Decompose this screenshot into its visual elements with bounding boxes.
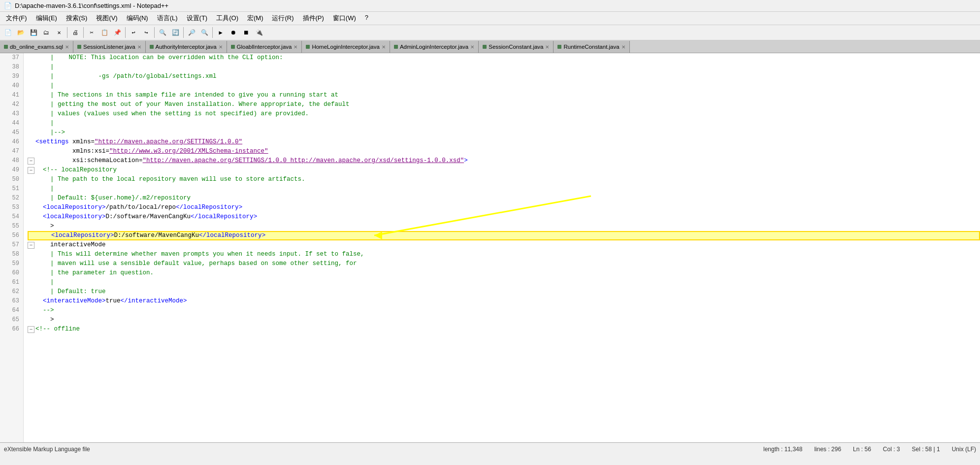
menu-item[interactable]: 视图(V): [92, 13, 121, 24]
tab-6[interactable]: SessionConstant.java✕: [479, 41, 554, 53]
code-content: <localRepository>D:/software/MavenCangKu…: [43, 212, 257, 222]
fold-marker[interactable]: −: [28, 158, 34, 165]
line-number: 49: [4, 166, 19, 175]
menu-item[interactable]: 文件(F): [2, 13, 31, 24]
menu-item[interactable]: 运行(R): [268, 13, 297, 24]
code-content: |: [50, 184, 54, 194]
toolbar-macro[interactable]: ⏺: [228, 27, 239, 38]
tab-7[interactable]: RuntimeConstant.java✕: [554, 41, 629, 53]
tab-5[interactable]: AdminLoginInterceptor.java✕: [390, 41, 479, 53]
code-line: |-->: [28, 128, 980, 137]
line-number: 57: [4, 240, 19, 250]
tab-close-button[interactable]: ✕: [382, 44, 386, 50]
code-area[interactable]: | NOTE: This location can be overridden …: [24, 53, 980, 442]
toolbar-cut[interactable]: ✂: [86, 27, 98, 38]
menu-item[interactable]: 工具(O): [212, 13, 242, 24]
code-indent: [35, 128, 50, 137]
toolbar-close[interactable]: ✕: [53, 27, 65, 38]
tab-close-button[interactable]: ✕: [545, 44, 549, 50]
line-number: 48: [4, 156, 19, 166]
line-numbers: 3738394041424344454647484950515253545556…: [0, 53, 24, 442]
line-number: 53: [4, 203, 19, 212]
line-number: 58: [4, 250, 19, 259]
tab-2[interactable]: AuthorityInterceptor.java✕: [146, 41, 227, 53]
toolbar-find[interactable]: 🔍: [157, 27, 168, 38]
code-line: <interactiveMode>true</interactiveMode>: [28, 297, 980, 306]
toolbar-stop[interactable]: ⏹: [240, 27, 252, 38]
menu-item[interactable]: 编辑(E): [32, 13, 61, 24]
toolbar-replace[interactable]: 🔄: [169, 27, 181, 38]
code-indent: [35, 240, 50, 250]
tab-close-button[interactable]: ✕: [621, 44, 625, 50]
code-line: − xsi:schemaLocation="http://maven.apach…: [28, 156, 980, 166]
toolbar-copy[interactable]: 📋: [98, 27, 110, 38]
fold-marker[interactable]: −: [28, 242, 34, 249]
code-indent: [35, 63, 50, 72]
code-line: | The path to the local repository maven…: [28, 175, 980, 184]
tab-close-button[interactable]: ✕: [470, 44, 474, 50]
line-number: 59: [4, 259, 19, 268]
menu-item[interactable]: 设置(T): [183, 13, 212, 24]
toolbar-saveall[interactable]: 🗂: [40, 27, 52, 38]
code-indent: [35, 100, 50, 109]
line-number: 63: [4, 297, 19, 306]
code-indent: [35, 268, 50, 278]
fold-marker[interactable]: −: [28, 326, 34, 333]
code-line: >: [28, 315, 980, 325]
toolbar-redo[interactable]: ↪: [140, 27, 152, 38]
tab-close-button[interactable]: ✕: [137, 44, 141, 50]
code-content: | getting the most out of your Maven ins…: [50, 100, 350, 109]
toolbar-open[interactable]: 📂: [15, 27, 27, 38]
line-number: 54: [4, 212, 19, 222]
code-content: xmlns:xsi="http://www.w3.org/2001/XMLSch…: [72, 147, 268, 156]
toolbar-plugin[interactable]: 🔌: [253, 27, 265, 38]
toolbar-zoom-in[interactable]: 🔎: [186, 27, 197, 38]
line-number: 51: [4, 184, 19, 194]
menu-item[interactable]: 宏(M): [243, 13, 267, 24]
code-content: xsi:schemaLocation="http://maven.apache.…: [72, 156, 468, 166]
menu-item[interactable]: 编码(N): [123, 13, 152, 24]
code-indent: [35, 156, 72, 166]
line-number: 50: [4, 175, 19, 184]
menu-item[interactable]: 语言(L): [153, 13, 182, 24]
status-ln: Ln : 56: [853, 446, 871, 453]
status-right: length : 11,348 lines : 296 Ln : 56 Col …: [763, 446, 976, 453]
tab-close-button[interactable]: ✕: [294, 44, 297, 50]
menu-item[interactable]: 窗口(W): [329, 13, 360, 24]
code-line: | The sections in this sample file are i…: [28, 91, 980, 100]
toolbar-print[interactable]: 🖨: [69, 27, 81, 38]
code-content: <localRepository>/path/to/local/repo</lo…: [43, 203, 242, 212]
toolbar-new[interactable]: 📄: [2, 27, 14, 38]
code-line: xmlns:xsi="http://www.w3.org/2001/XMLSch…: [28, 147, 980, 156]
tab-label: GloablInterceptor.java: [237, 44, 292, 50]
code-indent: [35, 194, 50, 203]
code-content: | the parameter in question.: [50, 268, 154, 278]
tab-1[interactable]: SessionListener.java✕: [73, 41, 145, 53]
menu-item[interactable]: ?: [361, 13, 372, 24]
tab-4[interactable]: HomeLoginInterceptor.java✕: [302, 41, 390, 53]
toolbar-undo[interactable]: ↩: [128, 27, 139, 38]
fold-marker[interactable]: −: [28, 167, 34, 174]
code-content: <settings xmlns="http://maven.apache.org…: [35, 137, 242, 147]
toolbar-run[interactable]: ▶: [215, 27, 227, 38]
menu-item[interactable]: 搜索(S): [62, 13, 91, 24]
line-number: 44: [4, 119, 19, 128]
toolbar: 📄 📂 💾 🗂 ✕ 🖨 ✂ 📋 📌 ↩ ↪ 🔍 🔄 🔎 🔍 ▶ ⏺ ⏹ 🔌: [0, 25, 980, 40]
code-indent: [35, 166, 43, 175]
code-content: |-->: [50, 128, 65, 137]
tab-close-button[interactable]: ✕: [219, 44, 223, 50]
toolbar-sep2: [83, 27, 84, 38]
toolbar-zoom-out[interactable]: 🔍: [198, 27, 210, 38]
code-line: | the parameter in question.: [28, 268, 980, 278]
toolbar-save[interactable]: 💾: [28, 27, 39, 38]
tab-3[interactable]: GloablInterceptor.java✕: [227, 41, 302, 53]
code-line: -->: [28, 306, 980, 315]
menu-item[interactable]: 插件(P): [299, 13, 328, 24]
tab-close-button[interactable]: ✕: [65, 44, 69, 50]
line-number: 64: [4, 306, 19, 315]
tab-0[interactable]: db_online_exams.sql✕: [0, 41, 73, 53]
toolbar-paste[interactable]: 📌: [111, 27, 123, 38]
code-line: |: [28, 63, 980, 72]
code-content: | The path to the local repository maven…: [50, 175, 305, 184]
code-content: -->: [43, 306, 54, 315]
